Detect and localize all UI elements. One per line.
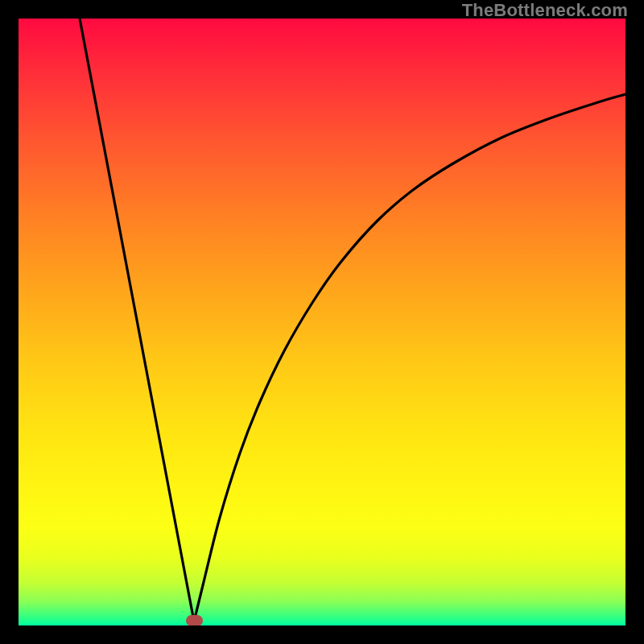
bottleneck-marker (186, 615, 203, 625)
outer-frame: TheBottleneck.com (0, 0, 644, 644)
curve-layer (19, 19, 625, 625)
plot-area (19, 19, 625, 625)
curve-path (80, 19, 625, 621)
